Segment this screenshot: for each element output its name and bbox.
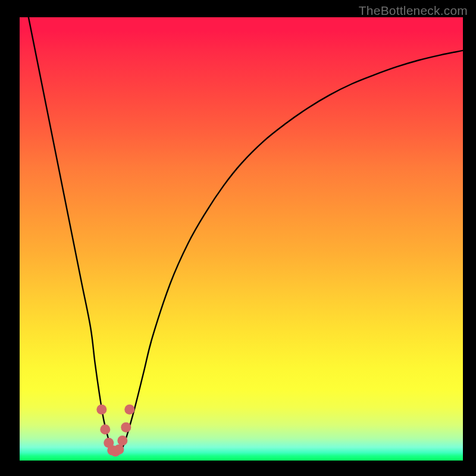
bottleneck-curve-svg bbox=[20, 17, 463, 461]
trough-marker-dot bbox=[117, 436, 127, 446]
trough-marker-dot bbox=[114, 444, 124, 455]
trough-marker-dot bbox=[100, 424, 110, 434]
trough-markers bbox=[96, 405, 134, 457]
chart-frame bbox=[20, 17, 463, 461]
trough-marker-dot bbox=[96, 405, 107, 415]
bottleneck-curve-path bbox=[20, 17, 463, 452]
trough-marker-dot bbox=[124, 405, 134, 415]
curve-group bbox=[20, 17, 463, 452]
watermark-text: TheBottleneck.com bbox=[359, 4, 468, 18]
trough-marker-dot bbox=[121, 422, 131, 433]
